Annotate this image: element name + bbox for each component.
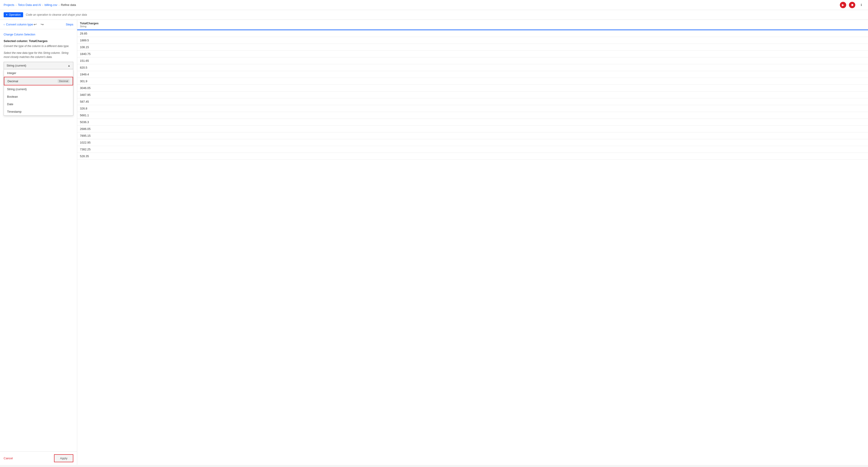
- breadcrumb-sep-1: ›: [16, 4, 17, 6]
- cell-totalcharges: 2686.05: [77, 126, 868, 133]
- table-row: 1840.75: [77, 51, 868, 57]
- table-row: 7382.25: [77, 146, 868, 153]
- table-row: 528.35: [77, 153, 868, 160]
- table-row: 301.9: [77, 78, 868, 85]
- breadcrumb: Projects › Telco Data and AI › billing.c…: [4, 3, 76, 7]
- table-row: 1949.4: [77, 71, 868, 78]
- breadcrumb-sep-3: ›: [59, 4, 60, 6]
- cell-totalcharges: 326.8: [77, 105, 868, 112]
- operation-tag: × Operation: [4, 12, 23, 17]
- cell-totalcharges: 1022.95: [77, 139, 868, 146]
- dropdown-current-value: String (current): [7, 64, 26, 67]
- top-nav: Projects › Telco Data and AI › billing.c…: [0, 0, 868, 10]
- table-row: 1022.95: [77, 139, 868, 146]
- operation-tag-close[interactable]: ×: [6, 13, 7, 17]
- table-row: 5681.1: [77, 112, 868, 119]
- cell-totalcharges: 7382.25: [77, 146, 868, 153]
- change-column-selection-link[interactable]: Change Column Selection: [4, 33, 73, 36]
- description-2: Select the new data type for this String…: [4, 51, 73, 59]
- dropdown-select-trigger[interactable]: String (current) ▲: [4, 62, 73, 69]
- cell-totalcharges: 301.9: [77, 78, 868, 85]
- undo-redo-controls: ↩ ↪: [33, 22, 44, 27]
- dropdown-item-string-label: String (current): [7, 87, 27, 91]
- table-row: 7895.15: [77, 133, 868, 139]
- cell-totalcharges: 820.5: [77, 64, 868, 71]
- dropdown-item-date-label: Date: [7, 103, 13, 106]
- panel-toolbar: ‹ Convert column type ↩ ↪ Steps: [0, 20, 77, 29]
- cell-totalcharges: 7895.15: [77, 133, 868, 139]
- table-row: 151.65: [77, 57, 868, 64]
- main-content: ‹ Convert column type ↩ ↪ Steps Change C…: [0, 20, 868, 465]
- cell-totalcharges: 3046.05: [77, 85, 868, 91]
- chevron-up-icon: ▲: [68, 64, 70, 67]
- cell-totalcharges: 29.85: [77, 30, 868, 37]
- panel-footer: Cancel Apply: [0, 451, 77, 465]
- cell-totalcharges: 3487.95: [77, 91, 868, 98]
- breadcrumb-sep-2: ›: [42, 4, 43, 6]
- table-row: 1889.5: [77, 37, 868, 44]
- description-1: Convert the type of the column to a diff…: [4, 44, 73, 48]
- table-row: 108.15: [77, 44, 868, 51]
- redo-button[interactable]: ↪: [40, 22, 44, 27]
- play-button[interactable]: ▶: [840, 2, 846, 8]
- dropdown-item-timestamp[interactable]: Timestamp: [4, 108, 73, 115]
- breadcrumb-billing[interactable]: billing.csv: [44, 3, 57, 7]
- breadcrumb-refine: Refine data: [61, 3, 76, 7]
- back-link-label: Convert column type: [6, 23, 33, 26]
- table-row: 29.85: [77, 30, 868, 37]
- decimal-badge: Decimal: [58, 79, 69, 83]
- dropdown-item-decimal[interactable]: Decimal Decimal: [4, 77, 73, 85]
- dropdown-item-boolean[interactable]: Boolean: [4, 93, 73, 100]
- right-panel: TotalCharges String 29.851889.5108.15184…: [77, 20, 868, 465]
- panel-body: Change Column Selection Selected column:…: [0, 29, 77, 451]
- dropdown-item-integer[interactable]: Integer: [4, 69, 73, 77]
- steps-link[interactable]: Steps: [66, 23, 73, 26]
- table-row: 3046.05: [77, 85, 868, 91]
- table-row: 3487.95: [77, 91, 868, 98]
- table-row: 587.45: [77, 98, 868, 105]
- cell-totalcharges: 1889.5: [77, 37, 868, 44]
- cell-totalcharges: 1840.75: [77, 51, 868, 57]
- operation-bar: × Operation Code an operation to cleanse…: [0, 10, 868, 20]
- info-button[interactable]: ℹ: [858, 2, 864, 8]
- left-panel: ‹ Convert column type ↩ ↪ Steps Change C…: [0, 20, 77, 465]
- table-row: 326.8: [77, 105, 868, 112]
- table-row: 820.5: [77, 64, 868, 71]
- dropdown-item-boolean-label: Boolean: [7, 95, 18, 98]
- cell-totalcharges: 528.35: [77, 153, 868, 160]
- dropdown-item-integer-label: Integer: [7, 71, 16, 75]
- record-button[interactable]: ⏺: [849, 2, 855, 8]
- back-chevron-icon: ‹: [4, 23, 4, 26]
- column-header-totalcharges[interactable]: TotalCharges String: [77, 20, 868, 30]
- cell-totalcharges: 151.65: [77, 57, 868, 64]
- dropdown-item-date[interactable]: Date: [4, 100, 73, 108]
- nav-icons: ▶ ⏺ ℹ: [840, 2, 864, 8]
- operation-tag-label: Operation: [9, 13, 21, 17]
- operation-description: Code an operation to cleanse and shape y…: [26, 13, 87, 17]
- dropdown-menu: Integer Decimal Decimal String (current)…: [4, 69, 73, 116]
- cell-totalcharges: 5036.3: [77, 119, 868, 126]
- data-grid: TotalCharges String 29.851889.5108.15184…: [77, 20, 868, 160]
- column-type: String: [80, 25, 865, 28]
- table-row: 5036.3: [77, 119, 868, 126]
- column-name: TotalCharges: [80, 22, 98, 25]
- table-row: 2686.05: [77, 126, 868, 133]
- dropdown-item-timestamp-label: Timestamp: [7, 110, 22, 113]
- apply-button[interactable]: Apply: [54, 454, 73, 462]
- breadcrumb-telco[interactable]: Telco Data and AI: [18, 3, 41, 7]
- cancel-button[interactable]: Cancel: [4, 457, 13, 460]
- dropdown-item-string[interactable]: String (current): [4, 85, 73, 93]
- back-link[interactable]: ‹ Convert column type: [4, 23, 33, 26]
- cell-totalcharges: 5681.1: [77, 112, 868, 119]
- dropdown-item-decimal-label: Decimal: [7, 80, 18, 83]
- undo-button[interactable]: ↩: [33, 22, 37, 27]
- cell-totalcharges: 108.15: [77, 44, 868, 51]
- cell-totalcharges: 587.45: [77, 98, 868, 105]
- selected-column-title: Selected column: TotalCharges: [4, 39, 73, 43]
- breadcrumb-projects[interactable]: Projects: [4, 3, 14, 7]
- cell-totalcharges: 1949.4: [77, 71, 868, 78]
- type-dropdown[interactable]: String (current) ▲ Integer Decimal Decim…: [4, 62, 73, 69]
